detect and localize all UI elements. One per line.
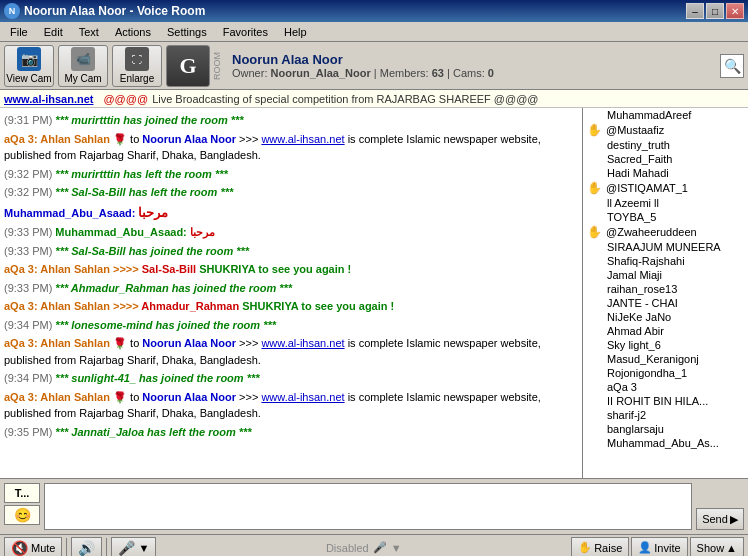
- user-name: @Mustaafiz: [606, 124, 664, 136]
- mute-button[interactable]: 🔇 Mute: [4, 537, 62, 557]
- user-name: Shafiq-Rajshahi: [607, 255, 685, 267]
- user-list-item[interactable]: MuhammadAreef: [583, 108, 748, 122]
- enlarge-button[interactable]: ⛶ Enlarge: [112, 45, 162, 87]
- user-list-item[interactable]: sharif-j2: [583, 408, 748, 422]
- chat-link[interactable]: www.al-ihsan.net: [261, 337, 344, 349]
- members-value: 63: [432, 67, 444, 79]
- menu-actions[interactable]: Actions: [107, 22, 159, 41]
- user-list-item[interactable]: Sacred_Faith: [583, 152, 748, 166]
- ticker-symbols-left: @@@@: [103, 93, 148, 105]
- user-list-item[interactable]: Muhammad_Abu_As...: [583, 436, 748, 450]
- font-button[interactable]: T...: [4, 483, 40, 503]
- menu-edit[interactable]: Edit: [36, 22, 71, 41]
- mic-icon: 🎤: [118, 540, 135, 556]
- status-right: ✋ Raise 👤 Invite Show ▲: [571, 537, 744, 557]
- volume-button[interactable]: 🔊: [71, 537, 102, 557]
- user-name: ll Azeemi ll: [607, 197, 659, 209]
- ticker-bar: www.al-ihsan.net @@@@ Live Broadcasting …: [0, 90, 748, 108]
- user-name: Ahmad Abir: [607, 325, 664, 337]
- user-name: aQa 3: [607, 381, 637, 393]
- cams-label: Cams:: [453, 67, 485, 79]
- send-button[interactable]: Send ▶: [696, 508, 744, 530]
- user-list-item[interactable]: Rojonigondha_1: [583, 366, 748, 380]
- chat-link[interactable]: www.al-ihsan.net: [261, 391, 344, 403]
- disabled-area: Disabled 🎤 ▼: [158, 541, 569, 554]
- user-list[interactable]: MuhammadAreef✋@Mustaafizdestiny_truthSac…: [583, 108, 748, 478]
- search-button[interactable]: 🔍: [720, 54, 744, 78]
- title-bar-left: N Noorun Alaa Noor - Voice Room: [4, 3, 205, 19]
- user-list-item[interactable]: aQa 3: [583, 380, 748, 394]
- disabled-mic-icon: 🎤: [373, 541, 387, 554]
- menu-file[interactable]: File: [2, 22, 36, 41]
- invite-icon: 👤: [638, 541, 652, 554]
- disabled-arrow: ▼: [391, 542, 402, 554]
- user-list-item[interactable]: Ahmad Abir: [583, 324, 748, 338]
- user-list-item[interactable]: Masud_Keranigonj: [583, 352, 748, 366]
- list-item: (9:35 PM) *** Jannati_Jaloa has left the…: [4, 424, 578, 441]
- status-bar: 🔇 Mute 🔊 🎤 ▼ Disabled 🎤 ▼ ✋ Raise 👤 Invi…: [0, 534, 748, 556]
- user-list-item[interactable]: TOYBA_5: [583, 210, 748, 224]
- user-name: NiJeKe JaNo: [607, 311, 671, 323]
- invite-button[interactable]: 👤 Invite: [631, 537, 687, 557]
- user-list-item[interactable]: Sky light_6: [583, 338, 748, 352]
- minimize-button[interactable]: –: [686, 3, 704, 19]
- chat-link[interactable]: www.al-ihsan.net: [261, 133, 344, 145]
- menu-settings[interactable]: Settings: [159, 22, 215, 41]
- mute-icon: 🔇: [11, 540, 28, 556]
- user-list-item[interactable]: II ROHIT BIN HILA...: [583, 394, 748, 408]
- title-bar: N Noorun Alaa Noor - Voice Room – □ ✕: [0, 0, 748, 22]
- input-area: T... 😊 Send ▶: [0, 478, 748, 534]
- separator: [66, 538, 67, 557]
- menu-help[interactable]: Help: [276, 22, 315, 41]
- menu-text[interactable]: Text: [71, 22, 107, 41]
- user-list-item[interactable]: Hadi Mahadi: [583, 166, 748, 180]
- menu-favorites[interactable]: Favorites: [215, 22, 276, 41]
- user-list-item[interactable]: ✋@Mustaafiz: [583, 122, 748, 138]
- user-list-item[interactable]: ll Azeemi ll: [583, 196, 748, 210]
- emoji-button[interactable]: 😊: [4, 505, 40, 525]
- hand-icon: ✋: [587, 225, 602, 239]
- list-item: Muhammad_Abu_Asaad: مرحبا: [4, 203, 578, 223]
- list-item: (9:32 PM) *** Sal-Sa-Bill has left the r…: [4, 184, 578, 201]
- list-item: (9:31 PM) *** murirtttin has joined the …: [4, 112, 578, 129]
- list-item: aQa 3: Ahlan Sahlan 🌹 to Noorun Alaa Noo…: [4, 335, 578, 368]
- hand-icon: ✋: [587, 181, 602, 195]
- disabled-label: Disabled: [326, 542, 369, 554]
- user-list-item[interactable]: Jamal Miaji: [583, 268, 748, 282]
- user-name: sharif-j2: [607, 409, 646, 421]
- raise-button[interactable]: ✋ Raise: [571, 537, 629, 557]
- maximize-button[interactable]: □: [706, 3, 724, 19]
- user-list-item[interactable]: raihan_rose13: [583, 282, 748, 296]
- chat-area[interactable]: (9:31 PM) *** murirtttin has joined the …: [0, 108, 583, 478]
- ticker-site[interactable]: www.al-ihsan.net: [4, 93, 93, 105]
- raise-icon: ✋: [578, 541, 592, 554]
- raise-label: Raise: [594, 542, 622, 554]
- hand-icon: ✋: [587, 123, 602, 137]
- user-list-item[interactable]: NiJeKe JaNo: [583, 310, 748, 324]
- my-cam-icon: 📹: [71, 47, 95, 71]
- view-cam-button[interactable]: 📷 View Cam: [4, 45, 54, 87]
- cams-value: 0: [488, 67, 494, 79]
- invite-label: Invite: [654, 542, 680, 554]
- chat-input[interactable]: [44, 483, 692, 530]
- room-details: Owner: Noorun_Alaa_Noor | Members: 63 | …: [232, 67, 710, 79]
- room-sub-label: ROOM: [212, 52, 222, 80]
- user-list-item[interactable]: SIRAAJUM MUNEERA: [583, 240, 748, 254]
- my-cam-button[interactable]: 📹 My Cam: [58, 45, 108, 87]
- mic-button[interactable]: 🎤 ▼: [111, 537, 156, 557]
- mute-label: Mute: [31, 542, 55, 554]
- user-list-item[interactable]: banglarsaju: [583, 422, 748, 436]
- user-list-item[interactable]: ✋@Zwaheeruddeen: [583, 224, 748, 240]
- show-button[interactable]: Show ▲: [690, 537, 744, 557]
- user-list-item[interactable]: JANTE - CHAI: [583, 296, 748, 310]
- enlarge-icon: ⛶: [125, 47, 149, 71]
- user-list-item[interactable]: ✋@ISTIQAMAT_1: [583, 180, 748, 196]
- list-item: (9:34 PM) *** sunlight-41_ has joined th…: [4, 370, 578, 387]
- user-list-item[interactable]: Shafiq-Rajshahi: [583, 254, 748, 268]
- enlarge-label: Enlarge: [120, 73, 154, 84]
- user-list-item[interactable]: destiny_truth: [583, 138, 748, 152]
- user-name: TOYBA_5: [607, 211, 656, 223]
- user-name: Rojonigondha_1: [607, 367, 687, 379]
- close-button[interactable]: ✕: [726, 3, 744, 19]
- window-controls[interactable]: – □ ✕: [686, 3, 744, 19]
